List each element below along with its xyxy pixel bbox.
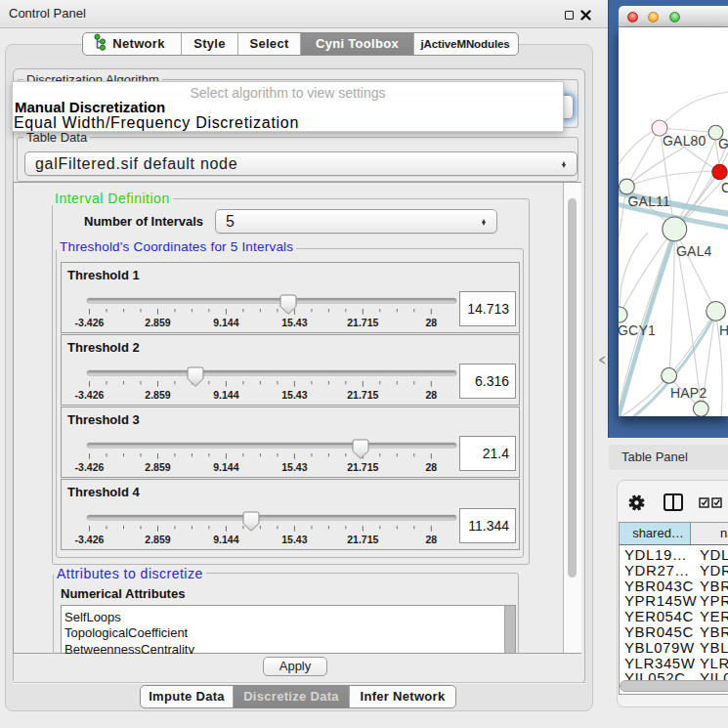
svg-text:9.144: 9.144 bbox=[213, 534, 238, 545]
svg-text:28: 28 bbox=[425, 534, 437, 545]
svg-text:28: 28 bbox=[425, 461, 437, 473]
svg-text:15.43: 15.43 bbox=[281, 534, 307, 545]
svg-text:15.43: 15.43 bbox=[281, 461, 307, 473]
svg-text:GCY1: GCY1 bbox=[619, 322, 656, 338]
svg-text:GAL80: GAL80 bbox=[663, 133, 707, 149]
svg-text:2.859: 2.859 bbox=[145, 389, 170, 401]
svg-text:21.715: 21.715 bbox=[347, 317, 378, 328]
svg-text:GAL4: GAL4 bbox=[676, 243, 712, 259]
svg-text:28: 28 bbox=[425, 389, 437, 401]
svg-text:C: C bbox=[721, 180, 728, 195]
svg-text:15.43: 15.43 bbox=[281, 389, 307, 401]
svg-text:21.715: 21.715 bbox=[347, 534, 378, 545]
svg-text:21.715: 21.715 bbox=[347, 461, 378, 473]
svg-text:15.43: 15.43 bbox=[281, 317, 307, 328]
svg-text:-3.426: -3.426 bbox=[75, 461, 105, 473]
svg-text:2.859: 2.859 bbox=[145, 317, 170, 328]
svg-text:21.715: 21.715 bbox=[347, 389, 378, 401]
svg-text:-3.426: -3.426 bbox=[75, 534, 105, 545]
svg-text:GAL11: GAL11 bbox=[628, 193, 671, 209]
svg-text:H: H bbox=[719, 322, 728, 338]
svg-text:-3.426: -3.426 bbox=[75, 317, 105, 328]
svg-text:9.144: 9.144 bbox=[213, 389, 238, 401]
svg-text:2.859: 2.859 bbox=[145, 534, 170, 545]
svg-text:HAP2: HAP2 bbox=[670, 385, 707, 401]
svg-text:9.144: 9.144 bbox=[213, 461, 238, 473]
svg-text:28: 28 bbox=[425, 317, 437, 328]
svg-text:GA: GA bbox=[718, 136, 728, 151]
svg-text:2.859: 2.859 bbox=[145, 461, 170, 473]
svg-text:9.144: 9.144 bbox=[213, 317, 238, 328]
svg-text:-3.426: -3.426 bbox=[75, 389, 105, 401]
